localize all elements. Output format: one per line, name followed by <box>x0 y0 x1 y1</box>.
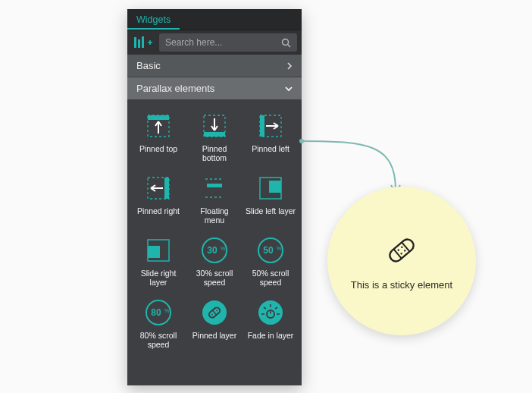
tab-widgets-label: Widgets <box>136 14 171 25</box>
widget-label: Slide right layer <box>133 269 183 287</box>
svg-rect-0 <box>134 37 136 48</box>
widget-30-scroll-speed[interactable]: 30 % 30% scroll speed <box>186 229 243 291</box>
pinned-top-icon <box>142 111 174 141</box>
tab-bar: Widgets <box>127 9 302 30</box>
widget-slide-right-layer[interactable]: Slide right layer <box>130 229 186 291</box>
chevron-down-icon <box>285 86 293 92</box>
svg-rect-1 <box>138 39 140 48</box>
callout-bubble: This is a sticky element <box>327 187 476 335</box>
widget-pinned-left[interactable]: Pinned left <box>243 105 299 167</box>
pinned-layer-icon <box>199 297 230 328</box>
svg-rect-11 <box>204 132 225 137</box>
fade-in-layer-icon <box>255 297 286 328</box>
widget-label: Floating menu <box>189 206 239 225</box>
svg-rect-14 <box>260 115 264 137</box>
widget-label: Pinned left <box>252 144 289 153</box>
callout-text: This is a sticky element <box>351 279 452 291</box>
chevron-right-icon <box>286 62 293 70</box>
scroll-80-icon: 80 % <box>142 297 174 328</box>
widget-80-scroll-speed[interactable]: 80 % 80% scroll speed <box>130 291 186 354</box>
widget-pinned-bottom[interactable]: Pinned bottom <box>186 105 243 167</box>
svg-text:30: 30 <box>207 245 217 256</box>
category-basic-label: Basic <box>136 60 161 71</box>
floating-menu-icon <box>199 173 230 203</box>
widget-slide-left-layer[interactable]: Slide left layer <box>243 167 299 229</box>
widget-floating-menu[interactable]: Floating menu <box>186 167 243 229</box>
svg-point-5 <box>283 39 289 45</box>
pinned-left-icon <box>255 111 286 141</box>
widget-label: Slide left layer <box>246 206 296 215</box>
search-box[interactable] <box>159 33 297 52</box>
svg-text:%: % <box>164 308 169 313</box>
widget-label: Pinned bottom <box>189 144 239 162</box>
widget-pinned-top[interactable]: Pinned top <box>130 105 186 167</box>
widget-label: 30% scroll speed <box>189 269 239 287</box>
widget-label: Pinned right <box>137 206 180 215</box>
category-basic[interactable]: Basic <box>127 55 302 77</box>
widget-pinned-right[interactable]: Pinned right <box>130 167 186 229</box>
widget-label: 80% scroll speed <box>133 331 183 349</box>
svg-point-52 <box>401 246 403 248</box>
svg-rect-2 <box>142 36 144 48</box>
svg-point-51 <box>397 248 399 250</box>
tab-widgets[interactable]: Widgets <box>127 9 180 30</box>
svg-line-6 <box>288 44 290 46</box>
slide-left-layer-icon <box>255 173 286 203</box>
pinned-right-icon <box>142 173 174 203</box>
svg-text:%: % <box>277 246 281 251</box>
widgets-panel: Widgets Basic Parall <box>127 9 302 385</box>
svg-rect-48 <box>387 237 416 263</box>
widget-label: 50% scroll speed <box>246 269 296 287</box>
toolbar <box>127 30 302 55</box>
svg-point-53 <box>400 252 402 254</box>
search-input[interactable] <box>165 37 281 48</box>
slide-right-layer-icon <box>142 235 174 266</box>
svg-rect-23 <box>269 181 281 193</box>
widget-fade-in-layer[interactable]: Fade in layer <box>243 291 299 354</box>
widget-label: Pinned top <box>139 144 177 153</box>
svg-rect-8 <box>148 115 169 120</box>
svg-point-54 <box>404 249 406 251</box>
svg-text:%: % <box>221 246 225 251</box>
scroll-50-icon: 50 % <box>255 235 286 266</box>
svg-rect-17 <box>164 178 169 199</box>
category-parallax[interactable]: Parallax elements <box>127 77 302 100</box>
svg-text:50: 50 <box>263 245 274 256</box>
widget-50-scroll-speed[interactable]: 50 % 50% scroll speed <box>243 229 299 291</box>
library-add-icon[interactable] <box>127 36 159 49</box>
scroll-30-icon: 30 % <box>199 235 230 266</box>
search-icon <box>281 38 291 48</box>
widget-pinned-layer[interactable]: Pinned layer <box>186 291 243 354</box>
svg-rect-25 <box>148 246 160 258</box>
svg-text:80: 80 <box>151 307 161 318</box>
svg-rect-20 <box>207 184 222 187</box>
widget-grid: Pinned top Pinned bottom <box>127 100 302 359</box>
svg-line-50 <box>402 242 409 251</box>
widget-label: Fade in layer <box>248 331 294 340</box>
widget-label: Pinned layer <box>192 331 236 340</box>
svg-line-49 <box>393 249 401 258</box>
pinned-bottom-icon <box>199 111 230 141</box>
bandaid-icon <box>383 232 420 269</box>
category-parallax-label: Parallax elements <box>136 83 214 94</box>
